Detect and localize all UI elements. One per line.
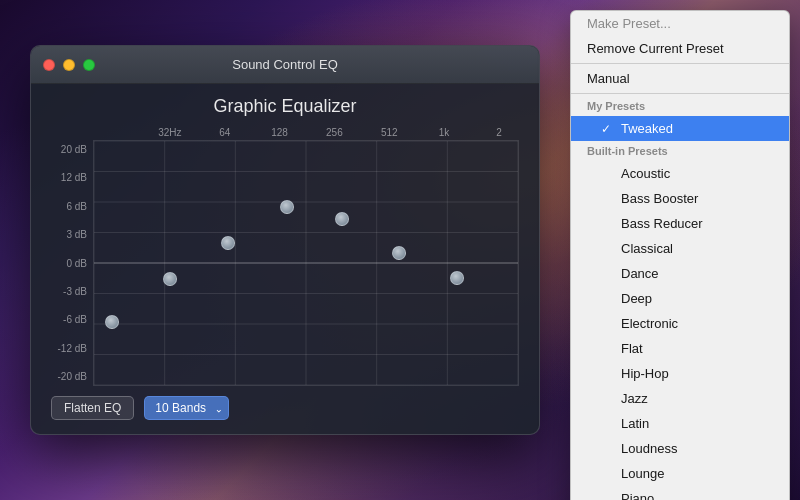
titlebar: Sound Control EQ	[31, 46, 539, 84]
freq-label: 256	[314, 127, 354, 138]
window-content: Graphic Equalizer 32Hz641282565121k2 20 …	[31, 84, 539, 434]
menu-item[interactable]: Bass Reducer	[571, 211, 789, 236]
db-label: 0 dB	[51, 258, 87, 269]
menu-section-header: My Presets	[571, 96, 789, 116]
equalizer-window: Sound Control EQ Graphic Equalizer 32Hz6…	[30, 45, 540, 435]
menu-item[interactable]: Electronic	[571, 311, 789, 336]
menu-item[interactable]: Manual	[571, 66, 789, 91]
eq-handle[interactable]	[221, 236, 235, 250]
flatten-eq-button[interactable]: Flatten EQ	[51, 396, 134, 420]
freq-labels-row: 32Hz641282565121k2	[51, 127, 519, 138]
db-labels: 20 dB12 dB6 dB3 dB0 dB-3 dB-6 dB-12 dB-2…	[51, 140, 93, 386]
menu-item[interactable]: Remove Current Preset	[571, 36, 789, 61]
eq-grid	[93, 140, 519, 386]
db-label: -6 dB	[51, 314, 87, 325]
db-label: 20 dB	[51, 144, 87, 155]
db-label: -12 dB	[51, 343, 87, 354]
freq-label: 512	[369, 127, 409, 138]
eq-grid-lines	[94, 141, 518, 385]
eq-handle[interactable]	[163, 272, 177, 286]
bands-select[interactable]: 5 Bands10 Bands15 Bands31 Bands	[144, 396, 229, 420]
db-label: 12 dB	[51, 172, 87, 183]
menu-item[interactable]: Piano	[571, 486, 789, 500]
db-label: -20 dB	[51, 371, 87, 382]
menu-item[interactable]: Dance	[571, 261, 789, 286]
eq-title: Graphic Equalizer	[51, 96, 519, 117]
freq-label: 64	[205, 127, 245, 138]
freq-label: 2	[479, 127, 519, 138]
preset-dropdown: Make Preset...Remove Current PresetManua…	[570, 10, 790, 500]
eq-grid-container: 20 dB12 dB6 dB3 dB0 dB-3 dB-6 dB-12 dB-2…	[51, 140, 519, 386]
db-label: 3 dB	[51, 229, 87, 240]
eq-handle[interactable]	[280, 200, 294, 214]
menu-item[interactable]: Jazz	[571, 386, 789, 411]
traffic-lights	[43, 59, 95, 71]
window-title: Sound Control EQ	[232, 57, 338, 72]
menu-section-header: Built-in Presets	[571, 141, 789, 161]
eq-handle[interactable]	[450, 271, 464, 285]
menu-item[interactable]: ✓Tweaked	[571, 116, 789, 141]
menu-item[interactable]: Acoustic	[571, 161, 789, 186]
menu-item[interactable]: Lounge	[571, 461, 789, 486]
db-label: -3 dB	[51, 286, 87, 297]
menu-item[interactable]: Hip-Hop	[571, 361, 789, 386]
eq-handle[interactable]	[105, 315, 119, 329]
minimize-button[interactable]	[63, 59, 75, 71]
freq-label: 128	[260, 127, 300, 138]
freq-label: 32Hz	[150, 127, 190, 138]
maximize-button[interactable]	[83, 59, 95, 71]
bands-select-wrapper: 5 Bands10 Bands15 Bands31 Bands	[144, 396, 229, 420]
menu-item[interactable]: Loudness	[571, 436, 789, 461]
freq-label: 1k	[424, 127, 464, 138]
menu-separator	[571, 93, 789, 94]
eq-handle[interactable]	[335, 212, 349, 226]
menu-item[interactable]: Flat	[571, 336, 789, 361]
menu-item: Make Preset...	[571, 11, 789, 36]
close-button[interactable]	[43, 59, 55, 71]
db-label: 6 dB	[51, 201, 87, 212]
menu-separator	[571, 63, 789, 64]
menu-item[interactable]: Deep	[571, 286, 789, 311]
menu-item[interactable]: Latin	[571, 411, 789, 436]
menu-item[interactable]: Bass Booster	[571, 186, 789, 211]
menu-item[interactable]: Classical	[571, 236, 789, 261]
eq-controls: Flatten EQ 5 Bands10 Bands15 Bands31 Ban…	[51, 396, 519, 420]
eq-handle[interactable]	[392, 246, 406, 260]
